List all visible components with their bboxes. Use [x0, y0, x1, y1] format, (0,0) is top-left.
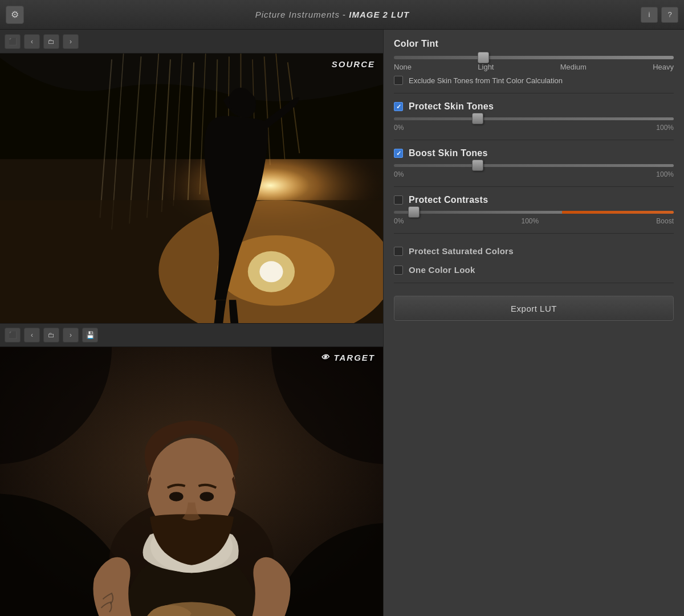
svg-point-22	[229, 88, 253, 113]
protect-skin-tones-title: Protect Skin Tones	[409, 101, 494, 112]
protect-contrasts-min: 0%	[394, 217, 404, 225]
protect-contrasts-mid: 100%	[521, 217, 539, 225]
eye-icon: 👁	[321, 353, 330, 362]
exclude-skin-tones-label[interactable]: Exclude Skin Tones from Tint Color Calcu…	[409, 76, 563, 85]
one-color-look-row: One Color Look	[394, 265, 674, 275]
protect-skin-tones-section: Protect Skin Tones 0% 100%	[394, 101, 674, 140]
protect-saturated-label[interactable]: Protect Saturated Colors	[409, 246, 514, 256]
svg-point-33	[169, 492, 184, 501]
color-tint-title: Color Tint	[394, 39, 674, 49]
protect-skin-thumb[interactable]	[472, 113, 483, 124]
protect-contrasts-pct: 0% 100% Boost	[394, 217, 674, 225]
exclude-skin-tones-checkbox[interactable]	[394, 76, 403, 85]
target-prev-btn[interactable]: ‹	[24, 328, 40, 342]
target-toolbar: ⬛ ‹ 🗀 › 💾	[0, 323, 383, 347]
source-panel: ⬛ ‹ 🗀 ›	[0, 30, 383, 323]
protect-skin-min: 0%	[394, 124, 404, 132]
protect-contrasts-thumb[interactable]	[408, 206, 420, 218]
source-reset-btn[interactable]: ⬛	[5, 34, 21, 49]
target-image-svg	[0, 347, 383, 617]
svg-point-24	[259, 261, 283, 282]
app-title: Picture Instruments - IMAGE 2 LUT	[24, 10, 641, 19]
protect-contrasts-header: Protect Contrasts	[394, 195, 674, 205]
info-button[interactable]: i	[641, 7, 658, 23]
protect-contrasts-max: Boost	[656, 217, 674, 225]
source-label: SOURCE	[332, 59, 375, 69]
source-prev-btn[interactable]: ‹	[24, 34, 40, 49]
one-color-look-label[interactable]: One Color Look	[409, 265, 475, 275]
protect-saturated-row: Protect Saturated Colors	[394, 246, 674, 256]
main-layout: ⬛ ‹ 🗀 ›	[0, 30, 684, 616]
stacked-checkboxes: Protect Saturated Colors One Color Look	[394, 242, 674, 275]
source-image-svg	[0, 54, 383, 323]
boost-skin-max: 100%	[656, 170, 674, 178]
protect-skin-track[interactable]	[394, 117, 674, 120]
help-button[interactable]: ?	[661, 7, 678, 23]
protect-skin-header: Protect Skin Tones	[394, 101, 674, 112]
boost-skin-tones-title: Boost Skin Tones	[409, 148, 488, 158]
tint-slider-container: None Light Medium Heavy	[394, 56, 674, 71]
target-folder-btn[interactable]: 🗀	[43, 328, 59, 342]
svg-point-34	[199, 492, 214, 501]
right-panel: Color Tint None Light Medium Heavy Exclu…	[383, 30, 684, 616]
color-tint-section: Color Tint None Light Medium Heavy Exclu…	[394, 39, 674, 93]
boost-skin-tones-section: Boost Skin Tones 0% 100%	[394, 148, 674, 187]
tint-track[interactable]	[394, 56, 674, 59]
tint-label-medium: Medium	[560, 63, 587, 71]
separator: -	[343, 10, 349, 19]
boost-skin-min: 0%	[394, 170, 404, 178]
saturated-colors-section: Protect Saturated Colors One Color Look	[394, 242, 674, 283]
export-lut-button[interactable]: Export LUT	[394, 296, 674, 321]
protect-contrasts-title: Protect Contrasts	[409, 195, 488, 205]
source-next-btn[interactable]: ›	[63, 34, 79, 49]
protect-contrasts-checkbox[interactable]	[394, 195, 403, 205]
protect-contrasts-section: Protect Contrasts 0% 100% Boost	[394, 195, 674, 234]
protect-skin-max: 100%	[656, 124, 674, 132]
boost-skin-track[interactable]	[394, 164, 674, 167]
product-name: IMAGE 2 LUT	[349, 10, 409, 19]
source-folder-btn[interactable]: 🗀	[43, 34, 59, 49]
boost-skin-pct: 0% 100%	[394, 170, 674, 178]
tint-thumb[interactable]	[478, 52, 489, 63]
target-save-btn[interactable]: 💾	[82, 328, 98, 342]
boost-skin-header: Boost Skin Tones	[394, 148, 674, 158]
target-panel: ⬛ ‹ 🗀 › 💾	[0, 323, 383, 617]
source-toolbar: ⬛ ‹ 🗀 ›	[0, 30, 383, 54]
tint-label-heavy: Heavy	[653, 63, 674, 71]
protect-contrasts-track[interactable]	[394, 211, 674, 214]
left-panel: ⬛ ‹ 🗀 ›	[0, 30, 383, 616]
tint-label-none: None	[394, 63, 412, 71]
target-label: 👁 TARGET	[321, 353, 375, 362]
tint-label-light: Light	[478, 63, 494, 71]
one-color-look-checkbox[interactable]	[394, 266, 403, 275]
title-bar-right: i ?	[641, 7, 678, 23]
boost-skin-thumb[interactable]	[472, 160, 483, 171]
protect-saturated-checkbox[interactable]	[394, 247, 403, 256]
target-reset-btn[interactable]: ⬛	[5, 328, 21, 342]
boost-skin-tones-checkbox[interactable]	[394, 149, 403, 158]
source-image: SOURCE	[0, 54, 383, 323]
exclude-skin-tones-row: Exclude Skin Tones from Tint Color Calcu…	[394, 76, 674, 85]
target-image: 👁 TARGET	[0, 347, 383, 617]
protect-skin-tones-checkbox[interactable]	[394, 102, 403, 111]
tint-labels: None Light Medium Heavy	[394, 63, 674, 71]
protect-skin-pct: 0% 100%	[394, 124, 674, 132]
brand-name: Picture Instruments	[255, 10, 340, 19]
title-bar: ⚙ Picture Instruments - IMAGE 2 LUT i ?	[0, 0, 684, 30]
target-next-btn[interactable]: ›	[63, 328, 79, 342]
gear-button[interactable]: ⚙	[6, 6, 24, 24]
